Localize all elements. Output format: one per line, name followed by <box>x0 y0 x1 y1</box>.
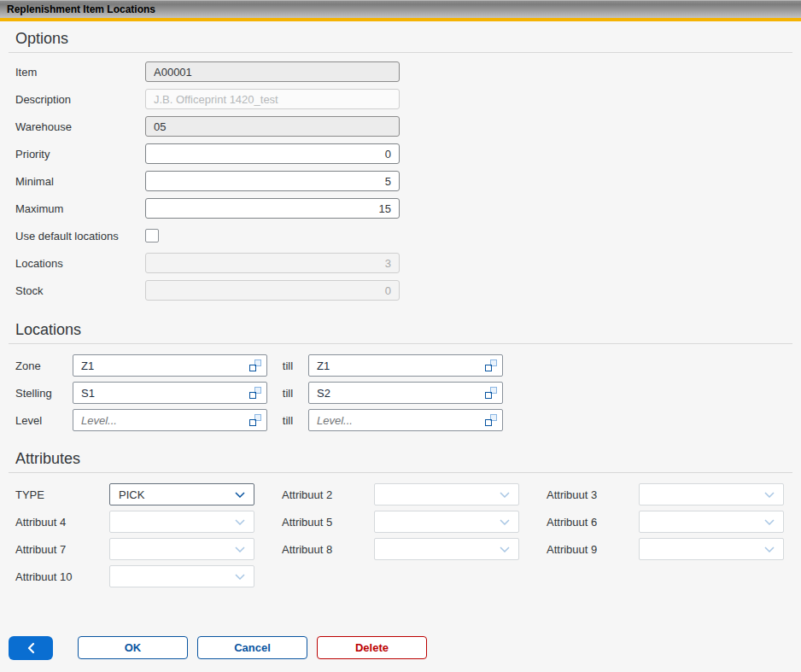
zone-from-field[interactable] <box>73 354 267 377</box>
warehouse-label: Warehouse <box>15 120 145 133</box>
use-default-locations-label: Use default locations <box>15 230 145 243</box>
locations-count-label: Locations <box>15 257 145 270</box>
value-help-icon[interactable] <box>485 414 497 426</box>
stelling-from-field[interactable] <box>73 382 267 404</box>
back-button[interactable] <box>9 636 53 660</box>
minimal-field[interactable] <box>145 171 400 191</box>
level-to-input[interactable] <box>317 414 485 427</box>
chevron-down-icon <box>235 519 245 525</box>
window-title: Replenishment Item Locations <box>7 3 155 15</box>
stelling-from-input[interactable] <box>81 387 249 400</box>
attribuut-3-dropdown <box>639 483 784 505</box>
priority-label: Priority <box>15 148 145 161</box>
zone-to-field[interactable] <box>308 354 503 377</box>
value-help-icon[interactable] <box>249 387 261 399</box>
level-from-input[interactable] <box>81 414 249 427</box>
type-label: TYPE <box>15 488 109 501</box>
warehouse-field <box>145 116 400 137</box>
attribuut-2-dropdown <box>374 483 519 505</box>
item-field <box>145 61 400 82</box>
attribuut-8-dropdown <box>374 538 519 560</box>
warehouse-row: Warehouse <box>0 116 801 137</box>
attributes-section: Attributes TYPE PICK Attribuut 2 <box>0 436 801 587</box>
back-chevron-icon <box>26 642 35 654</box>
chevron-down-icon <box>235 546 245 552</box>
zone-row: Zone till <box>0 354 801 377</box>
options-section: Options Item Description Warehouse Prior… <box>0 28 801 301</box>
attribuut-3-label: Attribuut 3 <box>547 488 639 501</box>
attribuut-7-label: Attribuut 7 <box>15 543 109 556</box>
locations-count-field <box>145 253 400 273</box>
cancel-button[interactable]: Cancel <box>197 636 307 659</box>
description-field <box>145 89 400 109</box>
attribuut-10-cell: Attribuut 10 <box>15 565 254 587</box>
level-row: Level till <box>0 409 801 431</box>
footer-toolbar: OK Cancel Delete <box>0 636 801 672</box>
attribuut-7-cell: Attribuut 7 <box>15 538 254 560</box>
description-row: Description <box>0 89 801 109</box>
attributes-row-3: Attribuut 7 Attribuut 8 <box>15 538 801 560</box>
stock-row: Stock <box>0 280 801 301</box>
attribuut-8-cell: Attribuut 8 <box>282 538 519 560</box>
attribuut-6-dropdown <box>639 511 784 533</box>
type-dropdown[interactable]: PICK <box>109 483 254 505</box>
zone-from-input[interactable] <box>81 359 249 372</box>
use-default-locations-row: Use default locations <box>0 225 801 246</box>
level-to-field[interactable] <box>308 409 503 431</box>
attribuut-4-label: Attribuut 4 <box>15 516 109 529</box>
priority-field[interactable] <box>145 143 400 164</box>
item-label: Item <box>15 66 145 79</box>
stelling-to-input[interactable] <box>317 387 485 400</box>
attribuut-4-dropdown <box>109 511 254 533</box>
locations-section: Locations Zone till Stelling <box>0 307 801 431</box>
attribuut-6-label: Attribuut 6 <box>547 516 639 529</box>
attribuut-2-cell: Attribuut 2 <box>282 483 519 505</box>
attribuut-2-label: Attribuut 2 <box>282 488 374 501</box>
chevron-down-icon <box>764 492 775 498</box>
chevron-down-icon <box>764 519 775 525</box>
maximum-label: Maximum <box>15 202 145 215</box>
level-from-field[interactable] <box>73 409 267 431</box>
attribuut-7-dropdown <box>109 538 254 560</box>
attribuut-8-label: Attribuut 8 <box>282 543 374 556</box>
stelling-to-field[interactable] <box>308 382 503 404</box>
till-label: till <box>267 414 308 427</box>
value-help-icon[interactable] <box>485 359 497 371</box>
chevron-down-icon <box>500 519 510 525</box>
attribuut-10-label: Attribuut 10 <box>15 570 109 583</box>
attributes-row-1: TYPE PICK Attribuut 2 <box>15 483 801 505</box>
value-help-icon[interactable] <box>485 387 497 399</box>
attribuut-9-cell: Attribuut 9 <box>547 538 784 560</box>
ok-button[interactable]: OK <box>78 636 188 659</box>
attribuut-9-dropdown <box>639 538 784 560</box>
options-heading: Options <box>0 28 801 49</box>
chevron-down-icon <box>235 574 245 580</box>
window-titlebar: Replenishment Item Locations <box>0 0 801 18</box>
value-help-icon[interactable] <box>249 414 261 426</box>
use-default-locations-checkbox[interactable] <box>145 229 159 243</box>
chevron-down-icon <box>500 492 510 498</box>
stelling-row: Stelling till <box>0 382 801 404</box>
attribuut-10-dropdown <box>109 565 254 587</box>
attribuut-5-dropdown <box>374 511 519 533</box>
type-cell: TYPE PICK <box>15 483 254 505</box>
attribuut-5-label: Attribuut 5 <box>282 516 374 529</box>
type-dropdown-value: PICK <box>119 488 144 501</box>
stock-label: Stock <box>15 284 145 297</box>
dialog-content: Options Item Description Warehouse Prior… <box>0 21 801 636</box>
stelling-label: Stelling <box>15 387 73 400</box>
value-help-icon[interactable] <box>249 359 261 371</box>
till-label: till <box>267 359 308 372</box>
item-row: Item <box>0 61 801 82</box>
maximum-field[interactable] <box>145 198 400 219</box>
locations-count-row: Locations <box>0 253 801 273</box>
zone-to-input[interactable] <box>317 359 485 372</box>
delete-button[interactable]: Delete <box>317 636 427 659</box>
attribuut-4-cell: Attribuut 4 <box>15 511 254 533</box>
attributes-row-4: Attribuut 10 <box>15 565 801 587</box>
attribuut-3-cell: Attribuut 3 <box>547 483 784 505</box>
chevron-down-icon <box>235 492 245 498</box>
attribuut-5-cell: Attribuut 5 <box>282 511 519 533</box>
zone-label: Zone <box>15 359 73 372</box>
priority-row: Priority <box>0 143 801 164</box>
